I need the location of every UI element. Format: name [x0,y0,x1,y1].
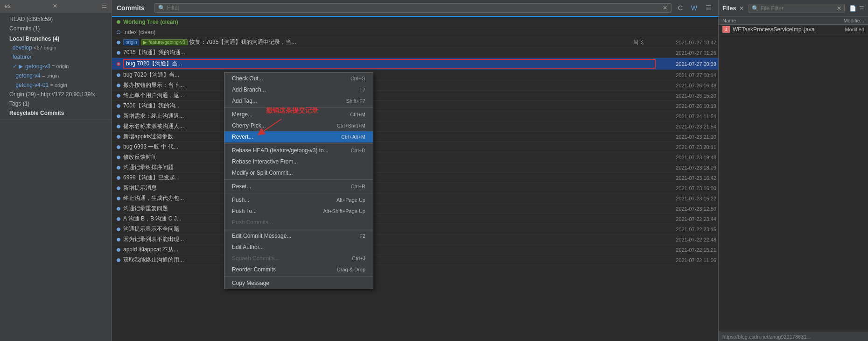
ctx-push-commits: Push Commits... [224,217,373,228]
commit-ref-origin: origin [123,39,139,45]
commit-row-8[interactable]: 新增appids过滤参数 2021-07-23 21:10 [112,132,718,142]
files-panel-header: Files ✕ 🔍 ✕ 📄 ☰ [719,0,868,17]
ctx-edit-author[interactable]: Edit Author... [224,242,373,253]
commit-row-9[interactable]: bug 6993 一般 中 代... 2021-07-23 20:11 [112,142,718,152]
sidebar-item-commits[interactable]: Commits (1) [5,24,107,33]
files-new-icon[interactable]: 📄 [849,5,856,12]
ctx-rebase-head[interactable]: Rebase HEAD (feature/getong-v3) to... Ct… [224,145,373,156]
files-filter-search-icon: 🔍 [752,5,759,12]
commit-row-13[interactable]: 新增提示消息 2021-07-23 16:00 [112,183,718,193]
toolbar-menu-icon[interactable]: ☰ [704,4,714,12]
file-icon-java: J [722,26,730,33]
commit-graph-0 [114,41,123,44]
commit-row-working-tree[interactable]: Working Tree (clean) [112,17,718,27]
ctx-checkout[interactable]: Check Out... Ctrl+G [224,73,373,84]
file-row-0[interactable]: J WETaskProcessServiceImpl.java Modified [719,25,868,35]
context-menu: Check Out... Ctrl+G Add Branch... F7 Add… [224,72,373,289]
sidebar-recyclable[interactable]: Recyclable Commits [5,108,107,118]
file-name-0: WETaskProcessServiceImpl.java [733,26,845,33]
commit-row-selected[interactable]: bug 7020【沟通】当... 2021-07-27 00:39 [112,58,718,70]
sidebar-branch-getong-v3[interactable]: ✓ ▶ getong-v3 = origin [5,62,107,71]
files-filter-bar[interactable]: 🔍 ✕ [749,4,845,13]
commit-dot-empty [117,30,120,34]
ctx-add-branch[interactable]: Add Branch... F7 [224,84,373,95]
filter-clear-icon[interactable]: ✕ [663,5,667,11]
sidebar-branch-getong-v4[interactable]: getong-v4 = origin [5,71,107,80]
toolbar-icon-c[interactable]: C [676,4,685,12]
ctx-push[interactable]: Push... Alt+Page Up [224,194,373,206]
ctx-copy-message[interactable]: Copy Message [224,277,373,289]
commit-row-16[interactable]: A 沟通 B，B 沟通 C J... 2021-07-22 23:44 [112,214,718,224]
commit-row-17[interactable]: 沟通提示显示不全问题 2021-07-22 23:15 [112,224,718,234]
commit-row-3[interactable]: 撤办按钮的显示：当下... 2021-07-26 16:48 [112,80,718,91]
commit-row-7[interactable]: 提示名称来源被沟通人... 2021-07-23 21:54 [112,121,718,132]
ctx-reorder[interactable]: Reorder Commits Drag & Drop [224,264,373,275]
sidebar-menu-icon[interactable]: ☰ [102,3,107,9]
commit-row-0[interactable]: origin ▶ feature/getong-v3 恢复：7035【沟通】我的… [112,37,718,48]
ctx-sep-3 [224,179,373,180]
ctx-sep-2 [224,143,373,144]
sidebar-tags[interactable]: Tags (1) [5,99,107,108]
sidebar-branch-develop[interactable]: develop <67 origin [5,43,107,52]
commit-row-1[interactable]: 7035【沟通】我的沟通... 2021-07-27 01:26 [112,48,718,58]
commit-graph-index [114,30,123,34]
col-modified-header: Modifie... [843,18,864,23]
commit-row-6[interactable]: 新增需求：终止沟通返... 2021-07-24 11:54 [112,111,718,121]
ctx-edit-commit-msg[interactable]: Edit Commit Message... F2 [224,230,373,242]
files-close-icon[interactable]: ✕ [739,5,744,12]
commits-panel-title: Commits [117,4,145,12]
ctx-sep-5 [224,229,373,229]
file-status-0: Modified [845,27,864,32]
commits-filter-input[interactable] [167,5,663,11]
ctx-add-tag[interactable]: Add Tag... Shift+F7 [224,95,373,107]
commit-row-18[interactable]: 因为记录列表不能出现... 2021-07-22 22:48 [112,234,718,245]
commit-row-2[interactable]: bug 7020【沟通】当... 2021-07-27 00:14 [112,70,718,80]
ctx-push-to[interactable]: Push To... Alt+Shift+Page Up [224,206,373,217]
toolbar-icon-w[interactable]: W [689,4,699,12]
commits-list: Working Tree (clean) Index (clean) origi… [112,17,718,341]
files-columns-header: Name Modifie... [719,17,868,25]
commit-row-10[interactable]: 修改反馈时间 2021-07-23 19:48 [112,152,718,163]
commit-ref-feature: ▶ feature/getong-v3 [141,39,187,45]
col-name-header: Name [722,18,783,23]
commits-panel: Commits 🔍 ✕ C W ☰ Working Tree (clean) I… [112,0,719,341]
files-menu-icon[interactable]: ☰ [859,5,864,12]
commit-msg-working-tree: Working Tree (clean) [123,19,716,25]
commit-row-14[interactable]: 终止沟通，生成代办包... 2021-07-23 15:22 [112,193,718,204]
commit-row-20[interactable]: 获取我能终止沟通的用... 2021-07-22 11:06 [112,255,718,265]
ctx-squash: Squash Commits... Ctrl+J [224,253,373,264]
ctx-sep-4 [224,193,373,193]
ctx-reset[interactable]: Reset... Ctrl+R [224,181,373,192]
ctx-rebase-interactive[interactable]: Rebase Interactive From... [224,156,373,167]
commit-row-4[interactable]: 终止单个用户沟通，返... 2021-07-26 15:20 [112,91,718,101]
sidebar-branch-getong-v4-01[interactable]: getong-v4-01 = origin [5,80,107,90]
ctx-sep-6 [224,276,373,277]
files-filter-input[interactable] [761,5,837,12]
commit-date-0: 2021-07-27 10:47 [656,40,716,45]
ctx-modify-split[interactable]: Modify or Split Commit... [224,167,373,178]
commit-author-0: 周飞 [633,39,652,46]
commit-row-15[interactable]: 沟通记录重复问题 2021-07-23 12:50 [112,204,718,214]
commit-row-19[interactable]: appid 和appcat 不从... 2021-07-22 15:21 [112,245,718,255]
commits-filter-bar[interactable]: 🔍 ✕ [154,3,672,13]
sidebar-origin[interactable]: Origin (39) - http://172.20.90.139/x [5,90,107,99]
commit-dot [117,20,120,24]
sidebar-item-head[interactable]: HEAD (c395fc59) [5,14,107,24]
status-bar-url: https://blog.csdn.net/znog920178631... [722,334,811,340]
ctx-merge[interactable]: Merge... Ctrl+M [224,109,373,120]
commit-graph-working [114,20,123,24]
commit-row-5[interactable]: 7006【沟通】我的沟... 2021-07-26 10:19 [112,101,718,111]
commit-msg-0: 恢复：7035【沟通】我的沟通中记录，当... [189,38,633,46]
ctx-revert[interactable]: Revert... Ctrl+Alt+M [224,131,373,142]
files-filter-clear-icon[interactable]: ✕ [837,5,841,12]
sidebar-branch-feature[interactable]: feature/ [5,52,107,62]
commit-row-12[interactable]: 6999【沟通】已发起... 2021-07-23 16:42 [112,173,718,183]
commit-row-11[interactable]: 沟通记录树排序问题 2021-07-23 18:09 [112,163,718,173]
ctx-sep-1 [224,107,373,108]
sidebar-close-icon[interactable]: ✕ [53,3,57,9]
ctx-cherry-pick[interactable]: Cherry-Pick... Ctrl+Shift+M [224,120,373,131]
files-panel: Files ✕ 🔍 ✕ 📄 ☰ Name Modifie... J WETask… [719,0,868,341]
sidebar-local-branches: Local Branches (4) [5,33,107,43]
commits-panel-header: Commits 🔍 ✕ C W ☰ [112,0,718,17]
commit-row-index[interactable]: Index (clean) [112,27,718,37]
